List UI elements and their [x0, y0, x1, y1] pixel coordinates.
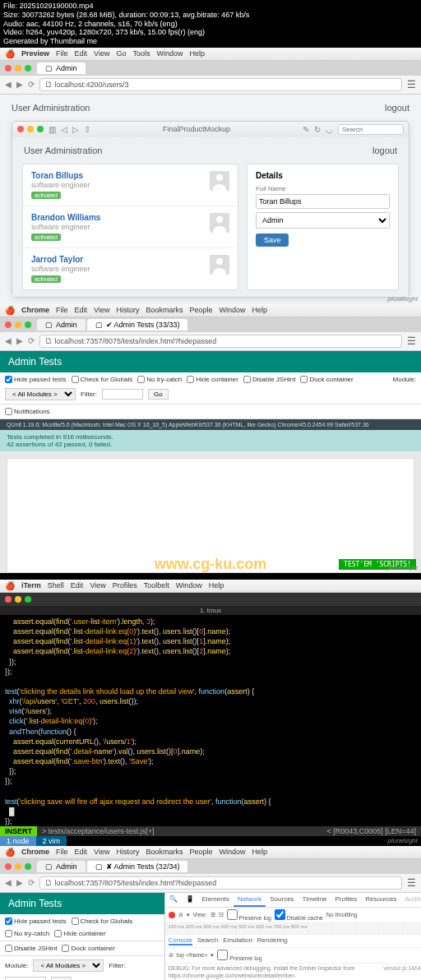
disable-jshint-checkbox[interactable]: [243, 376, 251, 383]
forward-icon[interactable]: ▷: [72, 125, 79, 134]
file-icon: ▢: [45, 64, 53, 72]
apple-icon: 🍎: [5, 49, 15, 58]
browser-tab[interactable]: ▢Admin: [37, 861, 86, 872]
reload-icon[interactable]: ⟳: [28, 336, 35, 345]
reload-icon[interactable]: ⟳: [28, 878, 35, 887]
user-name-link[interactable]: Brandon Williams: [31, 213, 210, 222]
sidebar-icon[interactable]: ▥: [49, 125, 56, 134]
qunit-toolbar: Hide passed tests Check for Globals No t…: [0, 372, 421, 404]
user-row[interactable]: Toran Billups software engineer activate…: [23, 164, 238, 206]
search-input[interactable]: [338, 124, 404, 135]
url-input[interactable]: 🗋 localhost:7357/8075/tests/index.html?h…: [39, 876, 402, 890]
back-icon[interactable]: ◁: [61, 125, 67, 134]
pluralsight-logo: pluralsight: [388, 295, 418, 303]
url-input[interactable]: 🗋 localhost:7357/8075/tests/index.html?h…: [39, 335, 402, 348]
small-rows-icon[interactable]: ☷: [219, 912, 224, 918]
video-meta: File: 20251029190000.mp4 Size: 30073262 …: [0, 0, 421, 48]
vim-mode: INSERT: [0, 826, 37, 836]
save-button[interactable]: Save: [256, 233, 289, 247]
back-icon[interactable]: ◀: [5, 80, 12, 89]
hide-container-checkbox[interactable]: [187, 376, 194, 383]
module-select[interactable]: < All Modules >: [33, 959, 104, 972]
filter-icon[interactable]: ▾: [187, 912, 190, 918]
user-list: Toran Billups software engineer activate…: [22, 164, 238, 290]
menubar-preview: 🍎 Preview File Edit View Go Tools Window…: [0, 48, 421, 61]
filter-input[interactable]: [5, 977, 46, 980]
device-icon[interactable]: 📱: [182, 893, 198, 907]
filter-input[interactable]: [102, 389, 143, 400]
inspect-icon[interactable]: 🔍: [165, 893, 182, 907]
close-icon[interactable]: [5, 65, 12, 72]
terminal-content[interactable]: assert.equal(find('.user-list-item').len…: [0, 615, 421, 826]
page-title: User Administration: [24, 146, 102, 155]
throttle-select[interactable]: No throttling: [326, 912, 358, 918]
menu-icon[interactable]: ☰: [407, 335, 416, 347]
tmux-window[interactable]: 1 node: [0, 836, 36, 846]
check-globals-checkbox[interactable]: [72, 376, 79, 383]
app-name[interactable]: iTerm: [21, 581, 41, 589]
terminal-tab[interactable]: 1. tmux: [0, 606, 421, 615]
back-icon[interactable]: ◀: [5, 336, 12, 345]
browser-tab[interactable]: ▢ Admin: [37, 62, 86, 74]
qunit-header: Admin Tests: [0, 351, 421, 372]
rotate-icon[interactable]: ↻: [314, 125, 321, 134]
markup-icon[interactable]: ◡: [326, 125, 333, 134]
forward-icon[interactable]: ▶: [16, 336, 23, 345]
pluralsight-logo: pluralsight: [388, 564, 418, 571]
hide-passed-checkbox[interactable]: [5, 376, 12, 383]
address-bar: ◀ ▶ ⟳ 🗋 localhost:4200/users/3 ☰: [0, 76, 421, 95]
user-row[interactable]: Jarrod Taylor software engineer activate…: [23, 248, 238, 289]
filter-icon[interactable]: ▾: [210, 952, 214, 959]
no-trycatch-checkbox[interactable]: [137, 376, 145, 383]
fullname-input[interactable]: [256, 194, 390, 209]
status-badge: activated: [31, 192, 61, 199]
menu-icon[interactable]: ☰: [407, 79, 416, 90]
vim-position: < [R0043,C0005] [LEN=44]: [322, 826, 421, 836]
module-select[interactable]: < All Modules >: [5, 388, 76, 400]
clear-console-icon[interactable]: ⊘: [169, 952, 173, 959]
user-name-link[interactable]: Toran Billups: [31, 171, 210, 180]
browser-tab[interactable]: ▢Admin: [37, 319, 86, 331]
dock-container-checkbox[interactable]: [300, 376, 308, 383]
devtools-panel: 🔍 📱 Elements Network Sources Timeline Pr…: [165, 893, 421, 980]
apple-icon: 🍎: [5, 306, 15, 315]
record-icon[interactable]: [169, 912, 175, 918]
app-name[interactable]: Chrome: [21, 848, 49, 856]
browser-tab[interactable]: ▢✔ Admin Tests (33/33): [87, 319, 188, 331]
tmux-window[interactable]: 2 vim: [36, 836, 67, 846]
notifications-checkbox[interactable]: [5, 408, 12, 415]
forward-icon[interactable]: ▶: [16, 80, 23, 89]
menu-icon[interactable]: ☰: [407, 877, 416, 889]
app-name[interactable]: Chrome: [21, 306, 49, 314]
avatar-icon: [210, 171, 229, 191]
url-input[interactable]: 🗋 localhost:4200/users/3: [39, 78, 402, 91]
share-icon[interactable]: ⇧: [84, 125, 90, 134]
traffic-lights[interactable]: [0, 62, 36, 75]
forward-icon[interactable]: ▶: [16, 878, 23, 887]
network-tab[interactable]: Network: [234, 893, 266, 907]
status-badge: activated: [31, 233, 61, 241]
menubar-chrome: 🍎 Chrome File Edit View History Bookmark…: [0, 304, 421, 317]
menubar-chrome: 🍎 Chrome File Edit View History Bookmark…: [0, 846, 421, 859]
network-timeline[interactable]: 100 ms 200 ms 300 ms 400 ms 500 ms 600 m…: [165, 923, 421, 935]
user-row[interactable]: Brandon Williams software engineer activ…: [23, 206, 238, 248]
user-name-link[interactable]: Jarrod Taylor: [31, 255, 210, 264]
minimize-icon[interactable]: [15, 65, 21, 72]
large-rows-icon[interactable]: ☰: [210, 912, 215, 918]
logout-link[interactable]: logout: [372, 146, 397, 155]
role-select[interactable]: Admin: [256, 212, 390, 229]
browser-tabbar: ▢ Admin: [0, 61, 421, 76]
console-log[interactable]: DEBUG: For more advanced debugging, inst…: [165, 964, 421, 980]
maximize-icon[interactable]: [25, 65, 31, 72]
edit-icon[interactable]: ✎: [303, 125, 309, 134]
go-button[interactable]: Go: [148, 389, 169, 400]
browser-tab[interactable]: ▢✘ Admin Tests (32/34): [87, 861, 188, 872]
clear-icon[interactable]: ⊘: [178, 912, 183, 918]
reload-icon[interactable]: ⟳: [28, 80, 35, 89]
logout-link[interactable]: logout: [385, 103, 409, 113]
console-tab[interactable]: Console: [169, 936, 192, 945]
go-button[interactable]: Go: [51, 977, 72, 980]
frame-select[interactable]: top <frame>: [177, 952, 208, 958]
app-name[interactable]: Preview: [21, 49, 49, 58]
back-icon[interactable]: ◀: [5, 878, 12, 887]
